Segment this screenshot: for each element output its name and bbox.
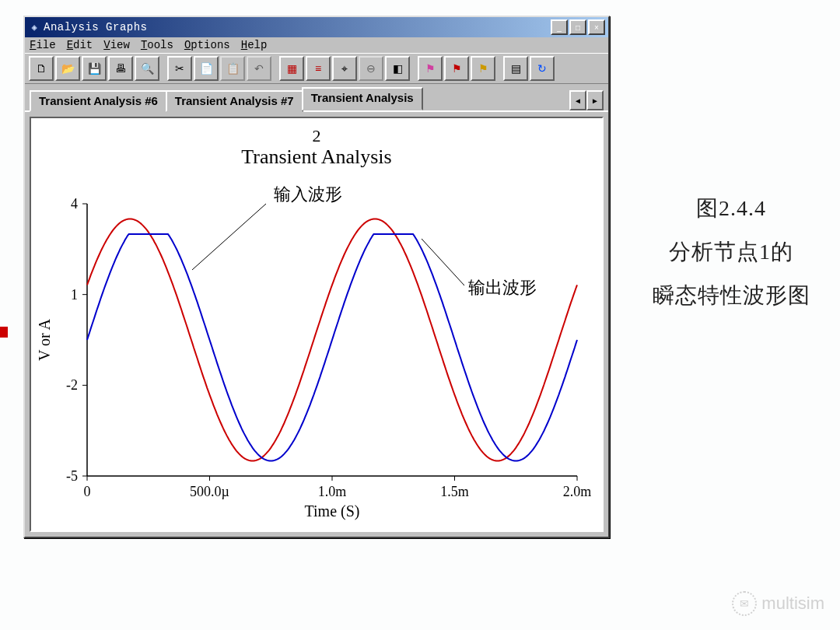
toolbar-separator: [273, 59, 278, 78]
new-file-icon: 🗋: [36, 62, 47, 75]
window-title: Analysis Graphs: [44, 21, 551, 33]
caption-line-2: 分析节点1的: [638, 230, 824, 274]
titlebar[interactable]: ◈ Analysis Graphs _ □ ×: [25, 17, 608, 37]
menu-tools[interactable]: Tools: [141, 39, 173, 51]
window-controls: _ □ ×: [551, 19, 605, 35]
close-icon: ×: [594, 23, 599, 32]
cursor-icon: ⌖: [341, 62, 348, 75]
legend-icon: ≡: [315, 62, 321, 75]
menubar: File Edit View Tools Options Help: [25, 37, 608, 53]
cursor-button[interactable]: ⌖: [332, 56, 357, 81]
marker-pink-icon: ⚑: [425, 62, 436, 75]
tab-bar: Transient Analysis #6 Transient Analysis…: [25, 84, 608, 110]
print-button[interactable]: 🖶: [108, 56, 133, 81]
tab-transient-6[interactable]: Transient Analysis #6: [30, 90, 167, 112]
menu-options[interactable]: Options: [184, 39, 230, 51]
minimize-button[interactable]: _: [551, 19, 568, 35]
svg-text:2: 2: [313, 126, 321, 145]
app-window: ◈ Analysis Graphs _ □ × File Edit View T…: [23, 16, 610, 538]
caption-line-1: 图2.4.4: [638, 187, 824, 230]
minimize-icon: _: [557, 23, 562, 32]
svg-text:-5: -5: [66, 468, 78, 484]
tab-transient-7[interactable]: Transient Analysis #7: [166, 90, 303, 112]
svg-line-25: [192, 204, 266, 270]
watermark: ✉ multisim: [732, 591, 824, 616]
scissors-icon: ✂: [175, 62, 184, 75]
grid-button[interactable]: ▦: [279, 56, 304, 81]
chart-area[interactable]: 2Transient Analysis-5-2140500.0µ1.0m1.5m…: [30, 117, 604, 532]
svg-text:-2: -2: [66, 377, 78, 393]
figure-caption: 图2.4.4 分析节点1的 瞬态特性波形图: [638, 187, 824, 317]
toolbar-separator: [161, 59, 166, 78]
undo-icon: ↶: [254, 62, 264, 75]
watermark-text: multisim: [761, 593, 824, 614]
svg-text:Time (S): Time (S): [305, 502, 360, 520]
tab-scroll: ◄ ►: [569, 90, 604, 110]
marker1-button[interactable]: ⚑: [418, 56, 443, 81]
save-disk-icon: 💾: [88, 62, 101, 75]
marker-red-icon: ⚑: [452, 62, 462, 75]
undo-button[interactable]: ↶: [247, 56, 271, 81]
toolbar: 🗋 📂 💾 🖶 🔍 ✂ 📄 📋 ↶ ▦ ≡ ⌖ ⊖ ◧ ⚑ ⚑ ⚑ ▤ ↻: [25, 53, 608, 84]
chart-svg: 2Transient Analysis-5-2140500.0µ1.0m1.5m…: [31, 118, 602, 530]
toolbar-separator: [497, 59, 502, 78]
tab-transient-active[interactable]: Transient Analysis: [302, 87, 423, 110]
refresh-blue-icon: ↻: [537, 62, 547, 75]
svg-text:输入波形: 输入波形: [274, 184, 342, 204]
svg-text:1.5m: 1.5m: [440, 484, 469, 499]
menu-help[interactable]: Help: [241, 39, 268, 51]
svg-text:V or A: V or A: [36, 318, 53, 361]
plot-panel: 2Transient Analysis-5-2140500.0µ1.0m1.5m…: [25, 110, 608, 537]
wechat-icon: ✉: [732, 591, 757, 616]
front-button[interactable]: ◧: [385, 56, 410, 81]
paste-button[interactable]: 📋: [220, 56, 245, 81]
copy-icon: 📄: [200, 62, 213, 75]
maximize-button[interactable]: □: [569, 19, 586, 35]
svg-text:输出波形: 输出波形: [468, 278, 537, 297]
bring-front-icon: ◧: [393, 62, 403, 75]
tab-scroll-left[interactable]: ◄: [569, 90, 586, 110]
copy-button[interactable]: 📄: [194, 56, 219, 81]
marker2-button[interactable]: ⚑: [444, 56, 469, 81]
print-preview-icon: 🔍: [141, 62, 154, 75]
refresh-button[interactable]: ↻: [530, 56, 555, 81]
save-button[interactable]: 💾: [82, 56, 107, 81]
new-button[interactable]: 🗋: [29, 56, 54, 81]
printer-icon: 🖶: [115, 62, 126, 75]
menu-edit[interactable]: Edit: [67, 39, 93, 51]
svg-text:4: 4: [71, 196, 78, 212]
open-folder-icon: 📂: [61, 62, 75, 75]
properties-icon: ▤: [511, 62, 521, 75]
toolbar-separator: [411, 59, 416, 78]
tab-scroll-right[interactable]: ►: [586, 90, 604, 110]
menu-file[interactable]: File: [30, 39, 56, 51]
slide-marker: [0, 327, 8, 338]
zoom-out-icon: ⊖: [366, 62, 376, 75]
caption-line-3: 瞬态特性波形图: [638, 274, 824, 317]
cut-button[interactable]: ✂: [167, 56, 192, 81]
preview-button[interactable]: 🔍: [135, 56, 159, 81]
svg-text:500.0µ: 500.0µ: [190, 484, 229, 499]
legend-button[interactable]: ≡: [306, 56, 331, 81]
menu-view[interactable]: View: [103, 39, 130, 51]
maximize-icon: □: [576, 23, 580, 32]
zoom-button[interactable]: ⊖: [359, 56, 383, 81]
svg-text:1: 1: [71, 287, 78, 303]
paste-icon: 📋: [226, 62, 240, 75]
properties-button[interactable]: ▤: [503, 56, 528, 81]
svg-text:2.0m: 2.0m: [563, 484, 592, 499]
svg-text:1.0m: 1.0m: [318, 484, 347, 499]
grid-icon: ▦: [287, 62, 297, 75]
close-button[interactable]: ×: [588, 19, 605, 35]
marker-yellow-icon: ⚑: [478, 62, 488, 75]
svg-text:0: 0: [84, 484, 91, 499]
marker3-button[interactable]: ⚑: [471, 56, 495, 81]
app-icon: ◈: [28, 21, 40, 33]
svg-text:Transient Analysis: Transient Analysis: [241, 145, 391, 168]
open-button[interactable]: 📂: [55, 56, 80, 81]
